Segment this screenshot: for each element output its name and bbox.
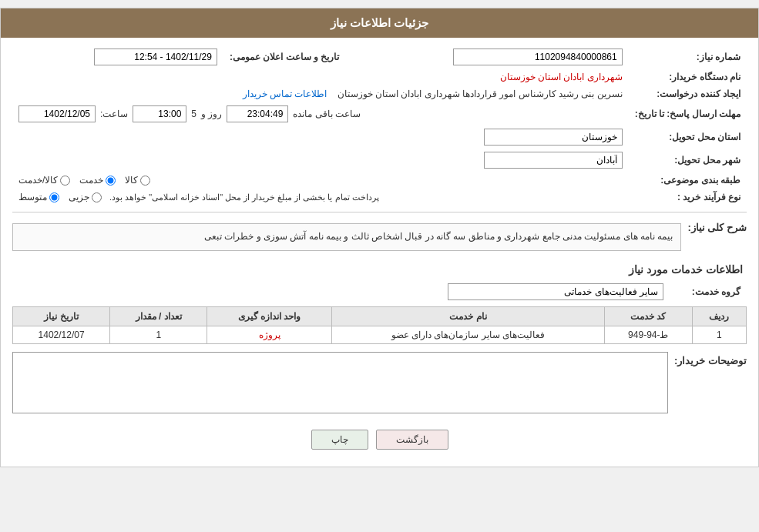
- ijad-text: نسرین بنی رشید کارشناس امور قراردادها شه…: [338, 89, 623, 99]
- tabaqe-label: طبقه بندی موضوعی:: [629, 172, 747, 189]
- nooe-label: نوع فرآیند خرید :: [629, 189, 747, 206]
- shahr-value: [12, 149, 629, 172]
- khadamat-section-title: اطلاعات خدمات مورد نیاز: [12, 263, 747, 276]
- nooe-row: متوسط جزیی پرداخت تمام یا بخشی از مبلغ خ…: [12, 189, 629, 206]
- top-info-table: شماره نیاز: تاریخ و ساعت اعلان عمومی: نا…: [12, 45, 747, 206]
- roz-value: 5: [191, 109, 196, 119]
- shomara-value: [345, 45, 628, 69]
- gorooh-input[interactable]: [448, 283, 663, 300]
- shomara-input[interactable]: [453, 49, 623, 65]
- dastgah-value: شهرداری ابادان استان خوزستان: [12, 69, 629, 85]
- shahr-input[interactable]: [484, 152, 623, 169]
- col-radif: ردیف: [692, 306, 746, 326]
- col-unit: واحد اندازه گیری: [207, 306, 332, 326]
- tarikh-aalan-value: [12, 45, 223, 69]
- print-button[interactable]: چاپ: [311, 430, 368, 450]
- header-title: جزئیات اطلاعات نیاز: [331, 16, 428, 29]
- ijad-label: ایجاد کننده درخواست:: [629, 85, 747, 102]
- toseif-label: توضیحات خریدار:: [674, 352, 747, 366]
- cell-code: ط-94-949: [605, 326, 693, 343]
- dastgah-text: شهرداری ابادان استان خوزستان: [500, 72, 623, 82]
- toseif-textarea[interactable]: [12, 352, 668, 413]
- mohlat-date-input[interactable]: [18, 105, 96, 122]
- col-date: تاریخ نیاز: [13, 306, 110, 326]
- cell-name: فعالیت‌های سایر سازمان‌های دارای عضو: [331, 326, 604, 343]
- mohlat-saat-input[interactable]: [133, 105, 186, 122]
- gorooh-value: [12, 280, 670, 303]
- page-wrapper: جزئیات اطلاعات نیاز شماره نیاز: تاریخ و …: [0, 8, 759, 467]
- mohlat-label: مهلت ارسال پاسخ: تا تاریخ:: [629, 102, 747, 125]
- toseif-content: [12, 352, 668, 416]
- radio-kala[interactable]: کالا: [125, 175, 150, 186]
- cell-radif: 1: [692, 326, 746, 343]
- sharh-content: بیمه نامه های مسئولیت مدنی جامع شهرداری …: [12, 219, 681, 256]
- tarikh-aalan-label: تاریخ و ساعت اعلان عمومی:: [223, 45, 345, 69]
- services-table: ردیف کد خدمت نام خدمت واحد اندازه گیری ت…: [12, 306, 747, 344]
- tarikh-aalan-input[interactable]: [94, 49, 217, 65]
- ostan-value: [12, 125, 629, 149]
- ostan-input[interactable]: [484, 129, 623, 146]
- mohlat-row: ساعت: 5 روز و ساعت باقی مانده: [12, 102, 629, 125]
- col-count: تعداد / مقدار: [110, 306, 207, 326]
- toseif-row: توضیحات خریدار:: [12, 352, 747, 416]
- divider-1: [12, 212, 747, 212]
- gorooh-label: گروه خدمت:: [670, 280, 747, 303]
- sharh-text: بیمه نامه های مسئولیت مدنی جامع شهرداری …: [12, 223, 681, 251]
- radio-kala-khedmat[interactable]: کالا/خدمت: [18, 175, 70, 186]
- content-area: شماره نیاز: تاریخ و ساعت اعلان عمومی: نا…: [1, 38, 758, 467]
- radio-khedmat[interactable]: خدمت: [79, 175, 116, 186]
- contact-link[interactable]: اطلاعات تماس خریدار: [243, 89, 327, 99]
- page-header: جزئیات اطلاعات نیاز: [1, 8, 758, 38]
- nooe-note: پرداخت تمام یا بخشی از مبلغ خریدار از مح…: [109, 192, 379, 202]
- ijad-value: نسرین بنی رشید کارشناس امور قراردادها شه…: [12, 85, 629, 102]
- col-name: نام خدمت: [331, 306, 604, 326]
- roz-label: روز و: [201, 109, 222, 119]
- gorooh-table: گروه خدمت:: [12, 280, 747, 303]
- button-row: بازگشت چاپ: [12, 420, 747, 459]
- sharh-label: شرح کلی نیاز:: [687, 219, 747, 233]
- dastgah-label: نام دستگاه خریدار:: [629, 69, 747, 85]
- radio-jozi[interactable]: جزیی: [69, 192, 102, 202]
- shahr-label: شهر محل تحویل:: [629, 149, 747, 172]
- cell-count: 1: [110, 326, 207, 343]
- col-code: کد خدمت: [605, 306, 693, 326]
- ostan-label: استان محل تحویل:: [629, 125, 747, 149]
- countdown-input[interactable]: [227, 105, 288, 122]
- shomara-label: شماره نیاز:: [629, 45, 747, 69]
- sharh-row: شرح کلی نیاز: بیمه نامه های مسئولیت مدنی…: [12, 219, 747, 256]
- radio-motaset[interactable]: متوسط: [18, 192, 59, 202]
- back-button[interactable]: بازگشت: [376, 430, 448, 450]
- tabaqe-radios: کالا/خدمت خدمت کالا: [12, 172, 629, 189]
- cell-date: 1402/12/07: [13, 326, 110, 343]
- table-row: 1 ط-94-949 فعالیت‌های سایر سازمان‌های دا…: [13, 326, 747, 343]
- mande-label: ساعت باقی مانده: [293, 109, 361, 119]
- saat-label: ساعت:: [100, 109, 128, 119]
- cell-unit: پروژه: [207, 326, 332, 343]
